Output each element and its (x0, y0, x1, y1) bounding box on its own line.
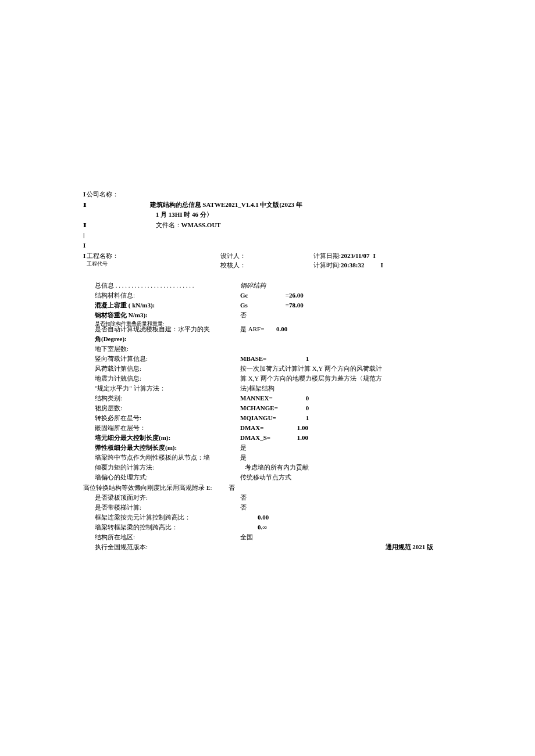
row-label: 是否自动计算现浇楼板自建：水平力的夹 (83, 324, 240, 334)
row-value: 传统移动节点方式 (240, 472, 451, 482)
company-label: 公司名称： (87, 189, 156, 200)
row-label: 角(Degree): (83, 334, 240, 344)
row-label: 竖向荷载计算信息: (83, 354, 240, 364)
arf-value: 0.00 (276, 325, 287, 332)
row-label: 培元细分最大控制长度(m): (83, 433, 240, 443)
row-value: 0.00 (240, 513, 451, 522)
row-label: 是否梁板顶面对齐: (83, 493, 240, 503)
marker-ii: II (83, 200, 85, 210)
row-value: 考虑墙的所有内力贡献 (240, 463, 451, 472)
general-info-section: 总信息 . . . . . . . . . . . . . . . . . . … (83, 281, 451, 552)
row-label: 高位转换结构等效懒向刚度比采用高规附录 E: (83, 483, 229, 493)
row-label: 结构类别: (83, 393, 240, 403)
marker-i: I (83, 189, 85, 200)
row-value: 法)框架结构 (240, 384, 451, 393)
last-row-label: 执行全国规范版本: (83, 542, 240, 552)
marker-i-end: I (373, 251, 376, 261)
row-label: 结构材料信息: (83, 291, 240, 300)
row-label: 嵌固端所在层号： (83, 423, 240, 433)
row-value: 全国 (240, 532, 451, 542)
row-value: 否 (240, 503, 451, 513)
code-dmax: DMAX= (240, 423, 295, 433)
row-label: 风荷载计第信息: (83, 364, 240, 374)
row-label: 是否带楼梯计算: (83, 503, 240, 513)
code-dmaxs: DMAX_S= (240, 433, 295, 443)
section-title: 总信息 . . . . . . . . . . . . . . . . . . … (83, 281, 240, 291)
calc-time-value: 20:38:32 (341, 260, 364, 270)
arf-prefix: 是 ARF= (240, 325, 264, 332)
material-info-value: 钢碎结构 (240, 281, 451, 291)
ext-line: 工程代号 (83, 260, 154, 270)
calc-date-value: 2023/11/07 (341, 251, 370, 261)
row-label: 地下室层数: (83, 344, 240, 354)
row-label: 墙梁跨中节点作为刚性楼板的从节点：墙 (83, 453, 240, 463)
row-label: 钢材容重化 N/m3): (83, 310, 240, 320)
val-gs: =78.00 (286, 300, 304, 310)
row-value: 是 (240, 443, 451, 453)
row-value: 否 (229, 483, 451, 493)
code-gc: Gc (240, 291, 284, 300)
row-label: 裙房层数: (83, 403, 240, 413)
row-value: 否 (240, 493, 451, 503)
project-label: 工程名称： (83, 251, 154, 261)
row-label: "规定水平力" 计算方法： (83, 384, 240, 393)
row-value: 算 X,Y 两个方向的地嘤力楼层剪力差方法〈规范方 (240, 374, 451, 384)
val-mqiangu: 1 (306, 414, 309, 421)
last-row-value: 通用规范 2021 版 (240, 542, 451, 552)
row-value: 是 (240, 453, 451, 463)
marker-i-3: I (83, 251, 85, 261)
val-dmaxs: 1.00 (297, 434, 308, 441)
marker-ii-2: II (83, 220, 85, 231)
marker-blank (83, 210, 85, 220)
doc-title-line1: 建筑结构的总信息 SATWE2021_V1.4.1 中文版(2023 年 (86, 200, 451, 210)
row-label: 弹性板细分最大控制长度(m): (83, 443, 240, 453)
reviewer-label: 校核人： (154, 260, 313, 270)
row-value: 0.∞ (240, 522, 451, 532)
row-label: 墙梁转框架梁的控制跨高比： (83, 522, 240, 532)
code-gs: Gs (240, 300, 284, 310)
doc-title-line2: 1 月 13HI 时 46 分〉 (156, 210, 213, 220)
val-mbase: 1 (306, 355, 309, 362)
document-header: I 公司名称： II 建筑结构的总信息 SATWE2021_V1.4.1 中文版… (83, 189, 451, 270)
row-value: 按一次加荷方式计算计算 X,Y 两个方向的风荷载计 (240, 364, 451, 374)
designer-label: 设计人： (154, 251, 313, 261)
code-mbase: MBASE= (240, 354, 304, 364)
row-label: 结构所在地区: (83, 532, 240, 542)
marker-i-end2: I (380, 260, 383, 270)
code-mchange: MCHANGE= (240, 403, 304, 413)
filename-value: WMASS.OUT (181, 220, 221, 231)
filename-label: 文件名： (156, 220, 181, 231)
row-value: 否 (240, 310, 451, 320)
code-mannex: MANNEX= (240, 393, 304, 403)
val-mchange: 0 (306, 404, 309, 411)
row-label: 框架连梁按壳元计算控制跨高比： (83, 513, 240, 522)
calc-time-label: 计算时间: (313, 260, 341, 270)
val-gc: =26.00 (286, 291, 304, 300)
marker-single: | (83, 230, 84, 241)
row-label: 墙偏心的处理方式: (83, 472, 240, 482)
marker-i-2: I (83, 241, 85, 251)
row-label: 转换必所在星号: (83, 413, 240, 423)
val-mannex: 0 (306, 395, 309, 402)
row-label: 倾覆力矩的计算方法: (83, 463, 240, 472)
row-label: 混凝上容重 ( kN/m3): (83, 300, 240, 310)
val-dmax: 1.00 (297, 424, 308, 431)
code-mqiangu: MQIANGU= (240, 413, 304, 423)
calc-date-label: 计算日期: (313, 251, 341, 261)
row-label: 地震力计兢信息: (83, 374, 240, 384)
